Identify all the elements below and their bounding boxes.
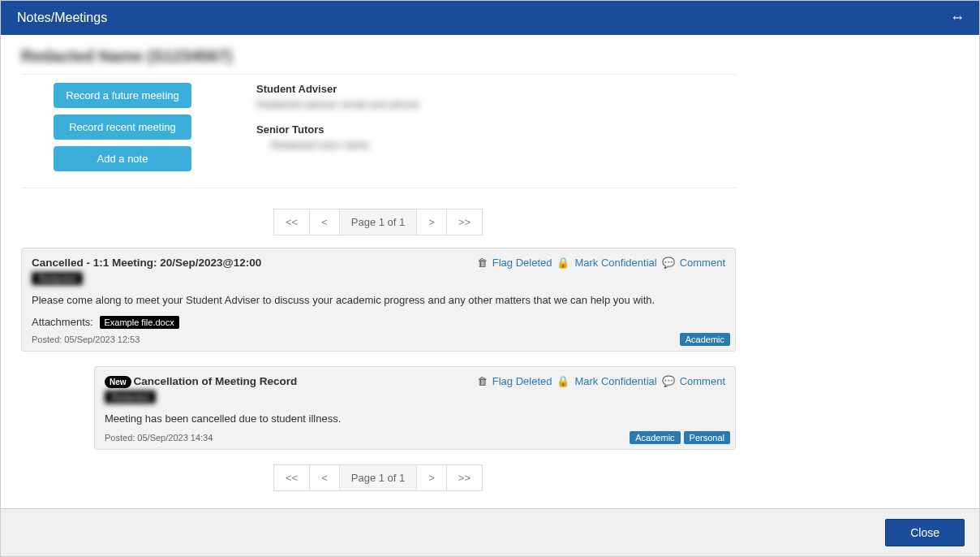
page-first-button[interactable]: << [273, 209, 310, 235]
mark-confidential-link[interactable]: Mark Confidential [574, 375, 656, 387]
modal-body: Redacted Name (S1234567) Record a future… [1, 35, 979, 508]
flag-deleted-link[interactable]: Flag Deleted [492, 257, 552, 269]
note-body: Please come along to meet your Student A… [32, 293, 725, 308]
note-actions: 🗑 Flag Deleted 🔒 Mark Confidential 💬 Com… [477, 257, 725, 269]
note-header: NewCancellation of Meeting Record Redact… [105, 375, 725, 404]
page-prev-button[interactable]: < [309, 464, 340, 491]
note-header: Cancelled - 1:1 Meeting: 20/Sep/2023@12:… [32, 257, 725, 285]
page-prev-button[interactable]: < [309, 209, 340, 235]
note-body: Meeting has been cancelled due to studen… [105, 412, 725, 426]
tutors-label: Senior Tutors [256, 123, 419, 136]
note-tags: Academic Personal [630, 431, 730, 444]
modal-footer: Close [1, 508, 979, 556]
pagination-bottom: << < Page 1 of 1 > >> [21, 464, 736, 491]
notes-meetings-modal: Notes/Meetings ⤢ Redacted Name (S1234567… [0, 0, 980, 557]
note-title-text: Cancellation of Meeting Record [134, 375, 298, 387]
page-first-button[interactable]: << [273, 464, 310, 491]
attachments-label: Attachments: [32, 316, 93, 328]
staff-info: Student Adviser Redacted adviser email a… [256, 83, 419, 171]
comment-link[interactable]: Comment [680, 375, 725, 387]
note-card: NewCancellation of Meeting Record Redact… [94, 366, 736, 450]
note-title: NewCancellation of Meeting Record [105, 375, 297, 387]
tag-academic: Academic [630, 431, 680, 444]
page-indicator: Page 1 of 1 [339, 464, 418, 491]
note-actions: 🗑 Flag Deleted 🔒 Mark Confidential 💬 Com… [477, 375, 725, 387]
new-badge: New [105, 376, 131, 388]
close-button[interactable]: Close [885, 519, 965, 546]
record-future-meeting-button[interactable]: Record a future meeting [54, 83, 191, 108]
comment-link[interactable]: Comment [680, 257, 725, 269]
right-panel[interactable] [756, 35, 979, 508]
note-author: Redacted [105, 391, 156, 404]
lock-icon: 🔒 [557, 257, 570, 269]
comment-icon: 💬 [662, 257, 675, 269]
pagination-top: << < Page 1 of 1 > >> [21, 209, 736, 235]
note-card: Cancelled - 1:1 Meeting: 20/Sep/2023@12:… [21, 248, 736, 352]
adviser-label: Student Adviser [256, 83, 419, 95]
page-indicator: Page 1 of 1 [339, 209, 418, 235]
modal-title: Notes/Meetings [17, 11, 107, 25]
action-buttons: Record a future meeting Record recent me… [54, 83, 191, 171]
adviser-value: Redacted adviser email and phone [256, 98, 419, 110]
page-last-button[interactable]: >> [446, 209, 483, 235]
note-posted: Posted: 05/Sep/2023 12:53 [32, 335, 140, 344]
note-attachments: Attachments: Example file.docx [32, 316, 725, 328]
student-name: Redacted Name (S1234567) [21, 47, 736, 66]
note-author: Redacted [32, 272, 83, 285]
modal-header: Notes/Meetings ⤢ [1, 1, 979, 35]
main-panel[interactable]: Redacted Name (S1234567) Record a future… [1, 35, 756, 508]
lock-icon: 🔒 [557, 375, 570, 387]
tutors-value: Redacted tutor name [256, 139, 419, 151]
comment-icon: 💬 [662, 375, 675, 387]
note-title: Cancelled - 1:1 Meeting: 20/Sep/2023@12:… [32, 257, 261, 269]
add-note-button[interactable]: Add a note [54, 146, 191, 171]
attachment-file[interactable]: Example file.docx [100, 316, 179, 329]
flag-deleted-link[interactable]: Flag Deleted [492, 375, 552, 387]
note-posted: Posted: 05/Sep/2023 14:34 [105, 433, 213, 443]
page-last-button[interactable]: >> [446, 464, 483, 491]
mark-confidential-link[interactable]: Mark Confidential [574, 257, 656, 269]
record-recent-meeting-button[interactable]: Record recent meeting [54, 114, 191, 140]
tag-personal: Personal [684, 431, 730, 444]
page-next-button[interactable]: > [416, 464, 447, 491]
note-tags: Academic [680, 333, 730, 346]
resize-icon[interactable]: ⤢ [950, 10, 966, 26]
top-section: Record a future meeting Record recent me… [21, 75, 736, 188]
tag-academic: Academic [680, 333, 730, 346]
trash-icon: 🗑 [477, 375, 488, 387]
page-next-button[interactable]: > [416, 209, 447, 235]
trash-icon: 🗑 [477, 257, 488, 269]
